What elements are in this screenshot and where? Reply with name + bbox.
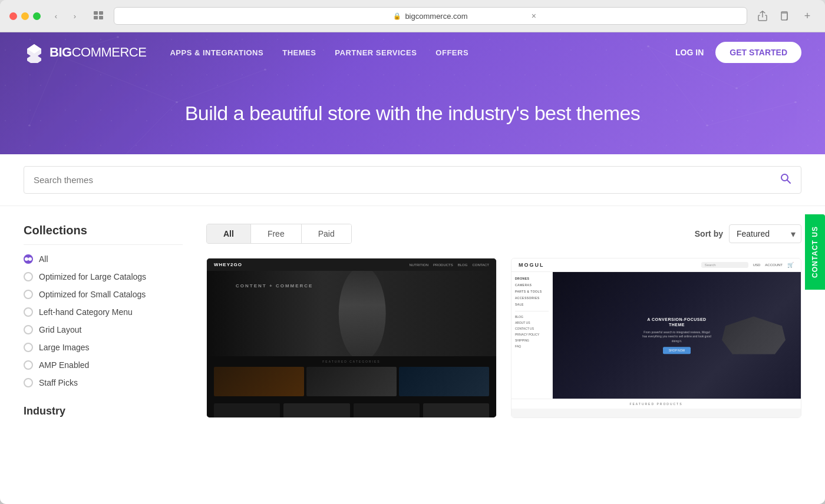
themes-grid: WHEY2GO NUTRITION PRODUCTS BLOG CONTACT xyxy=(206,258,801,418)
login-button[interactable]: LOG IN xyxy=(675,48,704,57)
theme-mogul-preview: MOGUL Search USD ACCOUNT 🛒 xyxy=(512,258,801,417)
page-content: BIGCOMMERCE APPS & INTEGRATIONS THEMES P… xyxy=(0,32,825,504)
new-tab-button[interactable]: + xyxy=(799,9,816,22)
radio-large-label: Optimized for Large Catalogs xyxy=(39,272,146,281)
sort-dropdown-wrapper: Featured Newest Alphabetical xyxy=(729,224,801,243)
radio-category xyxy=(24,307,33,317)
sidebar: Collections All Optimized for Large Cata… xyxy=(24,224,183,418)
filter-all[interactable]: All xyxy=(24,254,183,264)
svg-rect-3 xyxy=(99,16,103,19)
nav-themes[interactable]: THEMES xyxy=(282,48,316,57)
radio-amp xyxy=(24,360,33,370)
theme-whey-nav: NUTRITION PRODUCTS BLOG CONTACT xyxy=(409,263,489,267)
svg-rect-2 xyxy=(94,16,98,19)
back-button[interactable]: ‹ xyxy=(48,9,64,22)
radio-all xyxy=(24,254,33,264)
theme-whey-logo: WHEY2GO xyxy=(214,262,242,267)
tab-free[interactable]: Free xyxy=(251,224,302,243)
theme-mogul-logo: MOGUL xyxy=(519,262,544,268)
radio-large xyxy=(24,272,33,281)
theme-whey-preview: WHEY2GO NUTRITION PRODUCTS BLOG CONTACT xyxy=(207,258,496,417)
theme-whey-header: WHEY2GO NUTRITION PRODUCTS BLOG CONTACT xyxy=(207,258,496,271)
mogul-featured-label: FEATURED PRODUCTS xyxy=(519,402,794,406)
sort-dropdown[interactable]: Featured Newest Alphabetical xyxy=(729,224,801,243)
radio-images-label: Large Images xyxy=(39,343,90,352)
filter-category-menu[interactable]: Left-hand Category Menu xyxy=(24,307,183,317)
browser-chrome: ‹ › 🔒 bigcommerce.com × + xyxy=(0,0,825,32)
lock-icon: 🔒 xyxy=(393,12,401,20)
collections-title: Collections xyxy=(24,224,183,245)
nav-links: APPS & INTEGRATIONS THEMES PARTNER SERVI… xyxy=(170,48,652,57)
tab-all[interactable]: All xyxy=(207,224,251,243)
theme-mogul-header: MOGUL Search USD ACCOUNT 🛒 xyxy=(512,258,801,272)
svg-line-26 xyxy=(787,180,790,183)
radio-grid-label: Grid Layout xyxy=(39,325,81,334)
tab-overview-button[interactable] xyxy=(90,9,107,22)
radio-amp-label: AMP Enabled xyxy=(39,360,89,370)
filter-amp[interactable]: AMP Enabled xyxy=(24,360,183,370)
search-bar-container xyxy=(0,154,825,206)
svg-rect-0 xyxy=(94,11,98,15)
copy-button[interactable] xyxy=(776,9,792,22)
site-header: BIGCOMMERCE APPS & INTEGRATIONS THEMES P… xyxy=(0,32,825,172)
tab-paid[interactable]: Paid xyxy=(302,224,351,243)
filter-large-images[interactable]: Large Images xyxy=(24,343,183,352)
svg-rect-4 xyxy=(781,13,787,20)
sort-label: Sort by xyxy=(695,229,723,238)
search-bar xyxy=(24,166,801,194)
nav-right: LOG IN GET STARTED xyxy=(675,42,801,63)
nav-partner[interactable]: PARTNER SERVICES xyxy=(335,48,417,57)
sort-section: Sort by Featured Newest Alphabetical xyxy=(695,224,801,243)
url-text: bigcommerce.com xyxy=(405,12,467,21)
radio-staff xyxy=(24,378,33,387)
radio-all-label: All xyxy=(39,254,48,264)
filter-small-catalogs[interactable]: Optimized for Small Catalogs xyxy=(24,290,183,299)
industry-title: Industry xyxy=(24,405,183,417)
theme-card-mogul[interactable]: MOGUL Search USD ACCOUNT 🛒 xyxy=(511,258,801,418)
svg-rect-1 xyxy=(99,11,103,15)
content-area: All Free Paid Sort by Featured Newest Al… xyxy=(206,224,801,418)
forward-button[interactable]: › xyxy=(67,9,83,22)
filter-tabs: All Free Paid xyxy=(206,224,352,244)
top-nav: BIGCOMMERCE APPS & INTEGRATIONS THEMES P… xyxy=(0,32,825,72)
radio-grid xyxy=(24,325,33,334)
main-layout: Collections All Optimized for Large Cata… xyxy=(0,206,825,436)
mogul-overlay-text: From powerful search to integrated revie… xyxy=(642,330,712,344)
logo-text: BIGCOMMERCE xyxy=(50,45,146,60)
logo-icon xyxy=(24,42,45,63)
get-started-button[interactable]: GET STARTED xyxy=(715,42,801,63)
collections-filter: All Optimized for Large Catalogs Optimiz… xyxy=(24,254,183,387)
toolbar-right xyxy=(754,9,792,22)
filter-staff-picks[interactable]: Staff Picks xyxy=(24,378,183,387)
browser-window: ‹ › 🔒 bigcommerce.com × + xyxy=(0,0,825,504)
logo[interactable]: BIGCOMMERCE xyxy=(24,42,146,63)
contact-tab-label[interactable]: CONTACT US xyxy=(805,214,825,290)
nav-offers[interactable]: OFFERS xyxy=(435,48,468,57)
close-tab-button[interactable]: × xyxy=(532,11,536,21)
filter-grid[interactable]: Grid Layout xyxy=(24,325,183,334)
radio-staff-label: Staff Picks xyxy=(39,378,78,387)
filter-bar: All Free Paid Sort by Featured Newest Al… xyxy=(206,224,801,244)
traffic-lights xyxy=(9,12,41,20)
radio-category-label: Left-hand Category Menu xyxy=(39,307,133,317)
search-icon[interactable] xyxy=(780,173,791,187)
filter-large-catalogs[interactable]: Optimized for Large Catalogs xyxy=(24,272,183,281)
search-input[interactable] xyxy=(34,175,774,185)
contact-sidebar[interactable]: CONTACT US xyxy=(805,214,825,290)
theme-card-whey2go[interactable]: WHEY2GO NUTRITION PRODUCTS BLOG CONTACT xyxy=(206,258,497,418)
hero-title: Build a beautiful store with the industr… xyxy=(24,102,801,125)
close-traffic-light[interactable] xyxy=(9,12,17,20)
mogul-overlay-title: A CONVERSION-FOCUSED THEME xyxy=(642,317,712,327)
address-bar[interactable]: 🔒 bigcommerce.com × xyxy=(114,7,747,25)
radio-images xyxy=(24,343,33,352)
radio-small xyxy=(24,290,33,299)
minimize-traffic-light[interactable] xyxy=(21,12,29,20)
radio-small-label: Optimized for Small Catalogs xyxy=(39,290,146,299)
share-button[interactable] xyxy=(754,9,771,22)
nav-apps[interactable]: APPS & INTEGRATIONS xyxy=(170,48,263,57)
nav-buttons: ‹ › xyxy=(48,9,83,22)
mogul-overlay-btn: SHOP NOW xyxy=(663,347,691,354)
maximize-traffic-light[interactable] xyxy=(33,12,41,20)
search-section xyxy=(0,154,825,206)
